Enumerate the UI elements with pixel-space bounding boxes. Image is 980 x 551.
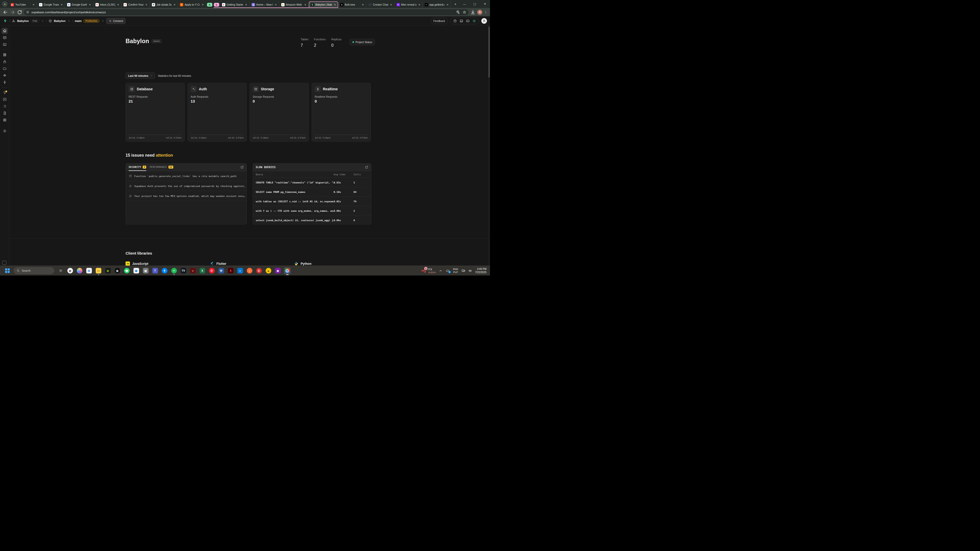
tab-close-icon[interactable]: ✕ (361, 3, 364, 6)
client-library-javascript[interactable]: JSJavaScript (126, 262, 210, 266)
media-app-icon[interactable]: ● (189, 267, 196, 274)
bookmark-star-icon[interactable] (463, 10, 466, 14)
browser-tab[interactable]: ✳Jak działa Supa✕ (150, 1, 178, 8)
assistant-icon[interactable] (473, 19, 476, 23)
translate-icon[interactable] (456, 10, 460, 14)
advisor-issue-row[interactable]: Supabase Auth prevents the use of compro… (126, 181, 247, 191)
open-slow-queries-icon[interactable] (365, 165, 368, 169)
back-icon[interactable] (3, 10, 8, 15)
scrollbar[interactable] (488, 25, 490, 266)
sidebar-item-sql-editor[interactable] (2, 41, 8, 48)
stat-card-database[interactable]: DatabaseREST Requests21Jul 22, 3:18pmJul… (126, 83, 185, 141)
address-bar[interactable]: supabase.com/dashboard/project/zsrhpetdk… (24, 9, 469, 15)
sidebar-item-table-editor[interactable] (2, 35, 8, 41)
sidebar-item-api-docs[interactable] (2, 110, 8, 116)
sidebar-item-storage[interactable] (2, 65, 8, 72)
purple-app-icon[interactable]: ◍ (274, 267, 281, 274)
user-avatar[interactable] (481, 18, 487, 24)
slow-query-row[interactable]: SELECT name FROM pg_timezone_names0.10s6… (253, 187, 371, 197)
advisor-issue-row[interactable]: Function `public.generate_social_links` … (126, 171, 247, 181)
excel-icon[interactable]: X (199, 267, 206, 274)
opera-gx-icon[interactable]: G (256, 267, 262, 274)
tab-close-icon[interactable]: ✕ (145, 3, 148, 6)
tab-group-pink-chip[interactable]: b (214, 3, 219, 6)
org-switcher-icon[interactable] (41, 19, 44, 22)
slow-query-row[interactable]: select jsonb_build_object( $1, coalesce(… (253, 216, 371, 224)
sidebar-item-integrations[interactable] (2, 117, 8, 123)
messenger-icon[interactable] (161, 267, 168, 274)
network-icon[interactable] (461, 269, 465, 273)
supabase-logo-icon[interactable] (3, 19, 7, 23)
stat-card-realtime[interactable]: RealtimeRealtime Requests0Jul 22, 3:18pm… (312, 83, 371, 141)
slow-query-row[interactable]: CREATE TABLE "realtime"."channels" ("id"… (253, 178, 371, 187)
sidebar-item-database[interactable] (2, 52, 8, 58)
sidebar-item-project-settings[interactable] (2, 128, 8, 134)
window-minimize-button[interactable]: — (460, 0, 469, 8)
whatsapp-icon[interactable]: ☎ (123, 267, 130, 274)
tab-close-icon[interactable]: ✕ (390, 3, 393, 6)
connect-button[interactable]: Connect (106, 18, 126, 24)
firefox-icon[interactable]: ◗ (246, 267, 253, 274)
refresh-icon[interactable] (17, 10, 22, 15)
nvidia-icon[interactable]: ◉ (104, 267, 111, 274)
tab-close-icon[interactable]: ✕ (333, 3, 336, 6)
volume-icon[interactable] (468, 269, 472, 273)
terminal-icon[interactable] (466, 19, 469, 23)
breadcrumb-branch[interactable]: main (75, 19, 82, 22)
spotify-icon[interactable] (170, 267, 177, 274)
sidebar-item-realtime[interactable] (2, 79, 8, 86)
tab-performance[interactable]: PERFORMANCE12 (150, 164, 173, 171)
norton-icon[interactable]: ▲ (265, 267, 272, 274)
vscode-icon[interactable]: ‹› (237, 267, 243, 274)
calculator-icon[interactable]: ▤ (142, 267, 149, 274)
tab-close-icon[interactable]: ✕ (32, 3, 35, 6)
tab-group-green-chip[interactable]: B (207, 3, 212, 6)
sidebar-item-edge-functions[interactable] (2, 73, 8, 79)
photos-icon[interactable]: ▣ (133, 267, 140, 274)
tab-close-icon[interactable]: ✕ (446, 3, 449, 6)
sidebar-item-home[interactable] (2, 28, 8, 34)
forward-icon[interactable] (10, 10, 15, 15)
download-icon[interactable] (470, 10, 476, 15)
help-icon[interactable] (453, 19, 457, 23)
browser-tab[interactable]: ◍Google Earth✕ (65, 1, 94, 8)
browser-tab[interactable]: MConfirm Your S✕ (121, 1, 150, 8)
browser-tab[interactable]: ◈Getting Starte✕ (220, 1, 250, 8)
scrollbar-thumb[interactable] (488, 27, 490, 78)
tab-security[interactable]: SECURITY3 (129, 164, 146, 171)
browser-tab[interactable]: YApply to Y Com✕ (178, 1, 206, 8)
browser-tab[interactable]: ▶YouTube✕ (9, 1, 37, 8)
teams-icon[interactable]: T (151, 267, 159, 274)
browser-tab[interactable]: ◆Amazon Web S✕ (279, 1, 309, 8)
language-indicator[interactable]: ENGPLP (453, 268, 458, 274)
feedback-button[interactable]: Feedback (431, 18, 448, 24)
slow-query-row[interactable]: with tables as (SELECT c.oid :: int8 AS … (253, 197, 371, 206)
steelseries-icon[interactable]: ◎ (67, 267, 73, 274)
open-advisor-icon[interactable] (240, 165, 244, 169)
tab-search-icon[interactable]: ▾ (2, 1, 8, 7)
browser-tab[interactable]: ◔Creator Chat -✕ (366, 1, 395, 8)
client-library-flutter[interactable]: Flutter (210, 262, 294, 266)
adobe-app-icon[interactable]: A (227, 267, 234, 274)
browser-tab[interactable]: ‹›app.getbind.co✕ (423, 1, 451, 8)
browser-profile-avatar[interactable]: A (477, 10, 482, 15)
tradingview-icon[interactable]: TV (180, 267, 187, 274)
window-close-button[interactable]: ✕ (480, 0, 490, 8)
breadcrumb-project[interactable]: Babylon (54, 19, 65, 22)
sidebar-item-logs[interactable] (2, 103, 8, 110)
word-icon[interactable]: W (218, 267, 224, 274)
tab-close-icon[interactable]: ✕ (274, 3, 277, 6)
browser-tab[interactable]: Y!Men reveal sho✕ (395, 1, 423, 8)
project-status-button[interactable]: Project Status (350, 39, 375, 45)
sidebar-item-advisors[interactable] (2, 89, 8, 96)
start-button[interactable] (4, 267, 11, 274)
icue-icon[interactable]: ◍ (114, 267, 121, 274)
sidebar-collapse-button[interactable] (2, 261, 6, 265)
file-explorer-icon[interactable]: ▭ (95, 267, 102, 274)
branch-switcher-icon[interactable] (101, 19, 104, 22)
browser-tab[interactable]: MInbox (3,291) -✕ (94, 1, 122, 8)
new-tab-button[interactable]: + (452, 1, 458, 7)
browser-menu-icon[interactable] (484, 10, 487, 15)
settings-gear-icon[interactable] (57, 267, 64, 274)
opera-icon[interactable]: O (208, 267, 215, 274)
